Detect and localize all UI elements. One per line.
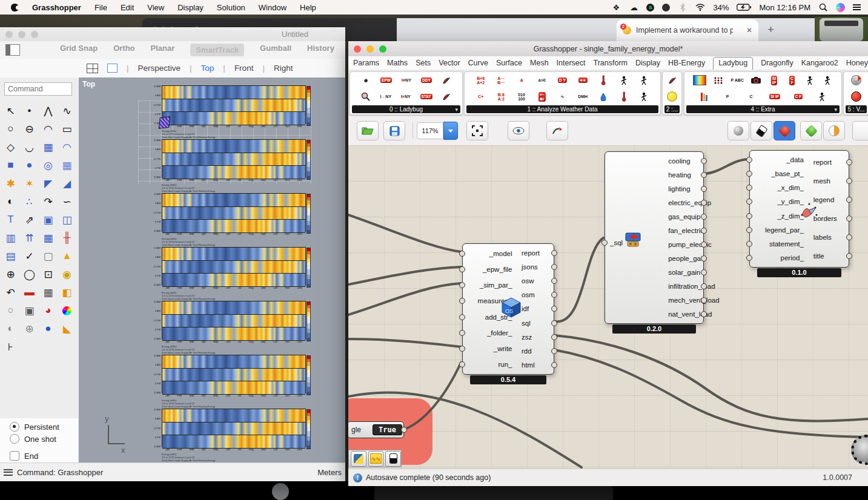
scribble-widget-button[interactable]: ∿∿ <box>368 451 384 467</box>
menubar-clock[interactable]: Mon 12:16 PM <box>759 3 810 12</box>
siri-icon[interactable] <box>836 3 845 12</box>
output-port[interactable] <box>701 228 707 234</box>
zoom-dropdown-button[interactable] <box>443 122 458 140</box>
dock-icon[interactable] <box>272 483 289 500</box>
spotlight-search-icon[interactable] <box>818 2 828 12</box>
tab-transform[interactable]: Transform <box>594 58 628 70</box>
water-drop-icon[interactable] <box>598 90 609 104</box>
move-tool-icon[interactable]: ⇗ <box>20 211 39 229</box>
menu-view[interactable]: View <box>147 3 164 12</box>
epw-icon[interactable]: EPW <box>380 73 392 88</box>
pyramid-tool-icon[interactable]: ▲ <box>58 247 76 265</box>
units-label[interactable]: Meters <box>317 468 345 477</box>
bluetooth-icon[interactable] <box>678 2 687 12</box>
mesh-box-icon[interactable]: ▢ <box>39 247 58 265</box>
polygon-tool-icon[interactable]: ◇ <box>1 138 20 156</box>
tab-honeybee[interactable]: Honeybee <box>846 58 868 70</box>
python-widget-button[interactable] <box>351 451 366 467</box>
cone-icon[interactable]: ◣ <box>58 320 76 338</box>
viewport-label[interactable]: Top <box>82 80 95 88</box>
output-port[interactable] <box>701 269 707 275</box>
input-port[interactable] <box>459 314 465 320</box>
selected-geometry[interactable] <box>159 116 170 129</box>
input-port[interactable] <box>746 171 752 177</box>
canvas-gear-widget[interactable] <box>851 435 868 465</box>
output-port[interactable] <box>551 348 557 354</box>
import-loc-icon[interactable]: I♥NY <box>401 73 412 88</box>
graph-icon[interactable]: ∿ <box>557 90 568 104</box>
viewport-tab-perspective[interactable]: Perspective <box>138 64 181 73</box>
rhino-viewport[interactable]: Top 12 AM6 AM12 PM6 PM12 AMJanFebMarAprM… <box>79 77 345 463</box>
input-port[interactable] <box>459 251 465 257</box>
input-port[interactable] <box>746 185 752 191</box>
person-p-icon[interactable] <box>804 73 815 88</box>
command-input[interactable] <box>4 82 72 96</box>
recolor-icon[interactable]: C <box>746 90 757 104</box>
output-port[interactable] <box>551 362 557 368</box>
cplane-icon[interactable]: ▦ <box>39 283 58 301</box>
c-f2-icon[interactable]: C F <box>793 90 804 104</box>
explode-icon[interactable]: ✶ <box>20 174 39 192</box>
wire-sphere-icon[interactable]: ⊕ <box>20 320 39 338</box>
torus-tool-icon[interactable]: ◎ <box>39 156 58 174</box>
text-tool-icon[interactable]: T <box>1 211 20 229</box>
sun-person-icon[interactable] <box>638 73 649 88</box>
ribbon-group-label[interactable]: 5 : V... <box>846 105 867 113</box>
output-port[interactable] <box>701 200 707 206</box>
option-end[interactable]: End <box>0 450 78 462</box>
binary-mask-icon[interactable]: 010 100 <box>516 90 527 104</box>
orange-ball-button[interactable] <box>823 121 845 140</box>
dropbox-icon[interactable]: ❖ <box>611 2 621 12</box>
box-edit-icon[interactable]: ▥ <box>1 229 20 247</box>
lightbulb-icon[interactable]: ○ <box>1 301 20 320</box>
polyline-tool-icon[interactable]: ⋀ <box>39 102 58 120</box>
arc-tool-icon[interactable]: ◠ <box>39 120 58 138</box>
viewport-tab-front[interactable]: Front <box>234 64 254 73</box>
c-add-icon[interactable]: C+ <box>475 90 486 104</box>
output-port[interactable] <box>846 234 852 240</box>
new-tab-button[interactable]: + <box>767 23 774 36</box>
walking-person-icon[interactable] <box>618 73 629 88</box>
option-persistent[interactable]: Persistent <box>0 421 78 433</box>
output-port[interactable] <box>551 250 557 256</box>
tab-surface[interactable]: Surface <box>496 58 522 70</box>
trim-tool-icon[interactable]: ◤ <box>39 174 58 192</box>
select-tool-icon[interactable]: ↖ <box>1 102 20 120</box>
offset-icon[interactable]: ╫ <box>58 229 76 247</box>
menu-window[interactable]: Window <box>259 3 287 12</box>
tab-sets[interactable]: Sets <box>416 58 431 70</box>
expand-arrow-icon[interactable]: ▾ <box>455 107 458 113</box>
output-port[interactable] <box>701 172 707 178</box>
hidden-display-button[interactable] <box>750 121 772 140</box>
output-port[interactable] <box>846 197 852 203</box>
grid-array-icon[interactable]: ▦ <box>39 229 58 247</box>
zoom-extents-icon[interactable]: ⊡ <box>39 265 58 283</box>
tab-maths[interactable]: Maths <box>387 58 408 70</box>
patch-surface-icon[interactable]: ▦ <box>58 156 76 174</box>
expand-arrow-icon[interactable]: ▾ <box>834 107 837 113</box>
capsule-widget-button[interactable] <box>385 451 401 467</box>
output-port[interactable] <box>846 178 852 184</box>
sun-path-icon[interactable] <box>667 90 678 104</box>
four-view-icon[interactable] <box>87 64 98 73</box>
tab-curve[interactable]: Curve <box>468 58 488 70</box>
zoom-extents-button[interactable] <box>466 121 488 140</box>
sky-matrix-icon[interactable]: ✶✶ <box>577 73 588 88</box>
wire-display-button[interactable] <box>727 121 749 140</box>
legend-params-icon[interactable]: P ABC <box>731 73 744 88</box>
rhino-titlebar[interactable]: Untitled <box>0 27 345 41</box>
grasshopper-canvas[interactable]: _model_epw_file_sim_par_measures_add_str… <box>348 145 868 469</box>
panel-toggle-icon[interactable] <box>5 44 20 56</box>
shaded-display-button[interactable] <box>774 121 795 140</box>
list-data-icon[interactable]: A··· B··· <box>495 73 506 88</box>
tab-params[interactable]: Params <box>353 58 379 70</box>
hierarchy-icon[interactable]: ⊦ <box>1 338 20 356</box>
colorbar-icon[interactable] <box>698 90 709 104</box>
output-port[interactable] <box>551 320 557 326</box>
tab-kangaroo2[interactable]: Kangaroo2 <box>801 58 838 70</box>
input-port[interactable] <box>459 330 465 336</box>
point-cloud-icon[interactable]: ∴ <box>20 192 39 211</box>
red-dot-icon[interactable] <box>851 90 862 104</box>
toggle-output-port[interactable] <box>401 427 407 433</box>
output-port[interactable] <box>551 292 557 298</box>
